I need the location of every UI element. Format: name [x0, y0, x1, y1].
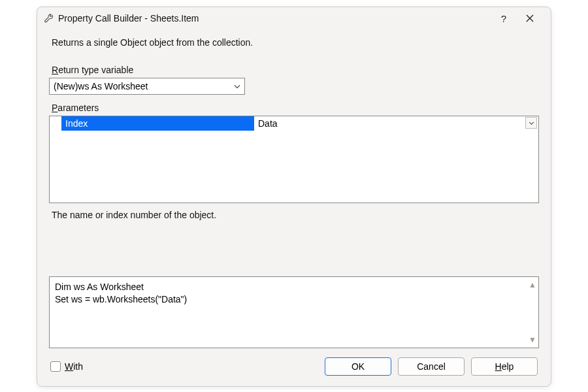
return-type-combo[interactable]: (New)ws As Worksheet	[49, 78, 245, 95]
scroll-down-icon[interactable]: ▼	[529, 335, 536, 344]
code-preview-wrap: Dim ws As Worksheet Set ws = wb.Workshee…	[49, 276, 539, 348]
scroll-up-icon[interactable]: ▲	[529, 280, 536, 289]
help-label-h: H	[495, 361, 502, 372]
cancel-button[interactable]: Cancel	[398, 357, 465, 376]
ok-label: OK	[351, 361, 365, 372]
parameter-value-cell[interactable]: Data	[254, 116, 538, 131]
chevron-down-icon[interactable]	[525, 117, 537, 129]
code-preview[interactable]: Dim ws As Worksheet Set ws = wb.Workshee…	[49, 276, 539, 348]
parameter-name-cell[interactable]: Index	[61, 116, 254, 131]
window-title: Property Call Builder - Sheets.Item	[58, 13, 491, 24]
footer: With OK Cancel Help	[49, 357, 539, 377]
chevron-down-icon	[234, 83, 240, 90]
property-call-builder-dialog: Property Call Builder - Sheets.Item ? Re…	[37, 7, 551, 387]
parameter-value-text: Data	[258, 118, 278, 129]
parameters-label: Parameters	[49, 103, 539, 116]
help-label-rest: elp	[502, 361, 514, 372]
parameters-grid[interactable]: Index Data	[49, 116, 539, 203]
wrench-icon	[44, 13, 54, 24]
return-type-label: Return type variable	[49, 65, 539, 78]
with-label: With	[65, 361, 83, 372]
checkbox-box	[50, 361, 61, 372]
with-checkbox[interactable]: With	[50, 361, 83, 372]
parameter-row[interactable]: Index Data	[50, 116, 538, 131]
return-type-value: (New)ws As Worksheet	[54, 81, 148, 91]
row-gutter	[50, 116, 61, 131]
ok-button[interactable]: OK	[325, 357, 391, 376]
dialog-content: Returns a single Object object from the …	[37, 29, 551, 386]
help-action-button[interactable]: Help	[471, 357, 538, 376]
help-button[interactable]: ?	[491, 13, 517, 24]
description-text: Returns a single Object object from the …	[49, 33, 539, 65]
close-button[interactable]	[517, 13, 543, 24]
cancel-label: Cancel	[417, 361, 446, 372]
parameter-hint: The name or index number of the object.	[49, 208, 539, 227]
titlebar: Property Call Builder - Sheets.Item ?	[37, 7, 551, 29]
